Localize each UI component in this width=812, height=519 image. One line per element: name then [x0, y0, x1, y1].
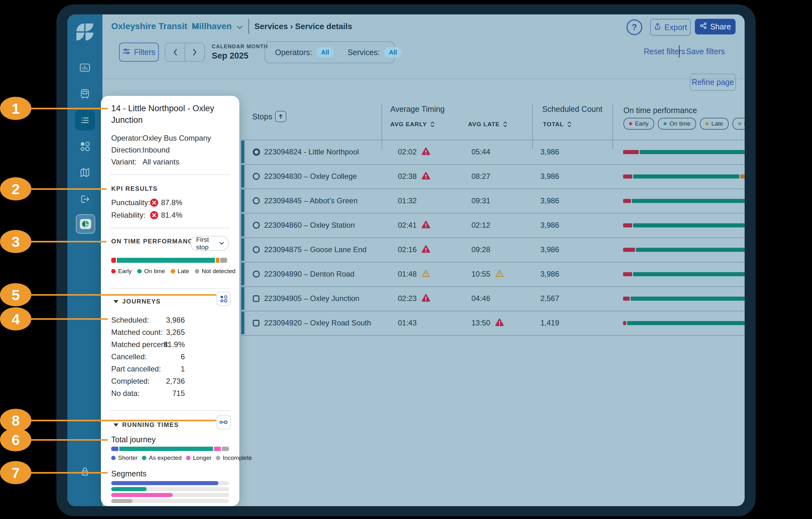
otp-stop-dropdown[interactable]: First stop [190, 236, 229, 251]
otp-legend-chip[interactable]: On time [658, 118, 696, 130]
bar-early-segment [623, 272, 632, 276]
journey-stat-row: Matched percent:81.9% [111, 340, 185, 349]
callout-badge-4: 4 [0, 307, 31, 330]
otp-legend-chip[interactable]: Not detected [732, 118, 745, 130]
callout-line-2 [29, 188, 107, 190]
avg-early-value: 02:16 [382, 245, 417, 254]
bar-late-segment [740, 174, 745, 178]
callout-badge-7: 7 [0, 461, 31, 484]
legend-dot [171, 269, 175, 273]
stop-name: 223094875 – Goose Lane End [264, 245, 367, 254]
legend-item: Late [171, 268, 189, 275]
bar-segment-shorter [111, 446, 118, 451]
operators-label: Operators: [275, 48, 312, 57]
total-value: 3,986 [525, 147, 559, 156]
row-separator [241, 286, 745, 287]
segment-bar [111, 493, 229, 497]
stop-marker-square-icon [253, 295, 259, 302]
avg-early-warning-icon [422, 269, 430, 279]
stops-sort-button[interactable] [275, 111, 286, 122]
sort-icon [503, 121, 508, 128]
filters-button[interactable]: Filters [119, 42, 159, 62]
bar-early-segment [623, 248, 635, 252]
org-selector[interactable]: Oxleyshire Transit [111, 21, 199, 32]
otp-legend-chips: EarlyOn timeLateNot detected [624, 118, 745, 130]
avg-late-value: 08:27 [456, 172, 490, 181]
total-header[interactable]: TOTAL [543, 121, 572, 128]
region-name: Millhaven [192, 21, 232, 31]
operators-all-chip[interactable]: All [316, 47, 334, 58]
export-button[interactable]: Export [650, 19, 691, 36]
callout-badge-1: 1 [0, 97, 31, 120]
next-month-button[interactable] [185, 43, 204, 61]
stop-marker-circle-bold-icon [253, 148, 260, 156]
help-button[interactable]: ? [627, 20, 642, 35]
row-otp-bar [623, 150, 745, 154]
row-otp-bar [623, 174, 745, 178]
legend-item: Longer [186, 455, 211, 461]
avg-early-header[interactable]: AVG EARLY [390, 121, 435, 128]
avg-early-value: 02:02 [382, 147, 417, 156]
journeys-heading: JOURNEYS [122, 298, 161, 305]
meta-row: Direction:Inbound [111, 146, 143, 154]
refine-page-button[interactable]: Refine page [690, 74, 736, 91]
pinwheel-logo [75, 22, 95, 42]
running-times-collapse-icon[interactable] [113, 422, 118, 428]
otp-stacked-bar [111, 258, 229, 263]
callout-line-4 [29, 318, 108, 320]
row-accent-bar [241, 190, 244, 212]
legend-dot [195, 269, 199, 273]
bar-early-segment [623, 321, 626, 325]
callout-line-7 [29, 472, 108, 473]
avg-early-value: 01:32 [382, 196, 417, 205]
sidebar-item-services[interactable] [79, 114, 91, 126]
filters-links-divider [679, 45, 679, 58]
share-button[interactable]: Share [695, 19, 735, 34]
callout-line-1 [29, 108, 108, 109]
legend-item: On time [137, 268, 165, 275]
kpi-row: Reliability:81.4% [111, 211, 145, 220]
otp-legend-chip[interactable]: Late [700, 118, 729, 130]
total-value: 2,567 [525, 294, 559, 303]
legend-dot [186, 456, 191, 460]
avg-early-warning-icon [422, 221, 430, 230]
sidebar-item-analytics[interactable] [79, 62, 91, 74]
brand-divider [249, 19, 249, 34]
save-filters-link[interactable]: Save filters [686, 47, 725, 56]
bar-ontime-segment [633, 272, 745, 276]
shapes-mini-icon [220, 295, 228, 303]
callout-badge-2: 2 [0, 177, 31, 200]
fail-icon [149, 198, 159, 209]
row-accent-bar [241, 214, 244, 236]
filters-icon [122, 47, 130, 57]
row-otp-bar [623, 321, 745, 325]
otp-legend-chip[interactable]: Early [624, 118, 654, 130]
otp-group-header: On time performance [624, 106, 697, 115]
prev-month-button[interactable] [166, 43, 185, 61]
avg-late-value: 09:28 [456, 245, 490, 254]
callout-line-5 [29, 294, 216, 296]
total-journey-bar [111, 446, 229, 451]
running-times-detail-button[interactable] [216, 415, 231, 429]
journey-stat-row: Matched count:3,265 [111, 328, 185, 337]
help-icon: ? [632, 23, 637, 32]
stop-name: 223094890 – Denton Road [264, 270, 354, 279]
callout-badge-6: 6 [0, 428, 31, 451]
journeys-detail-button[interactable] [216, 292, 231, 306]
row-separator [241, 189, 745, 189]
sidebar-item-vehicles[interactable] [79, 88, 91, 100]
journeys-collapse-icon[interactable] [113, 299, 118, 305]
legend-item: Not detected [195, 268, 236, 275]
avg-late-value: 04:46 [456, 294, 490, 303]
callout-badge-3: 3 [0, 230, 31, 253]
avg-late-header[interactable]: AVG LATE [468, 121, 508, 128]
legend-item: As expected [142, 455, 182, 461]
bar-ontime-segment [633, 223, 745, 227]
services-all-chip[interactable]: All [384, 47, 402, 58]
region-selector[interactable]: Millhaven [192, 21, 243, 32]
stop-name: 223094860 – Oxley Station [264, 221, 355, 230]
stops-header: Stops [252, 112, 272, 121]
avg-early-warning-icon [422, 147, 430, 157]
segment-link-icon [219, 419, 228, 425]
avg-late-value: 10:55 [456, 270, 490, 279]
